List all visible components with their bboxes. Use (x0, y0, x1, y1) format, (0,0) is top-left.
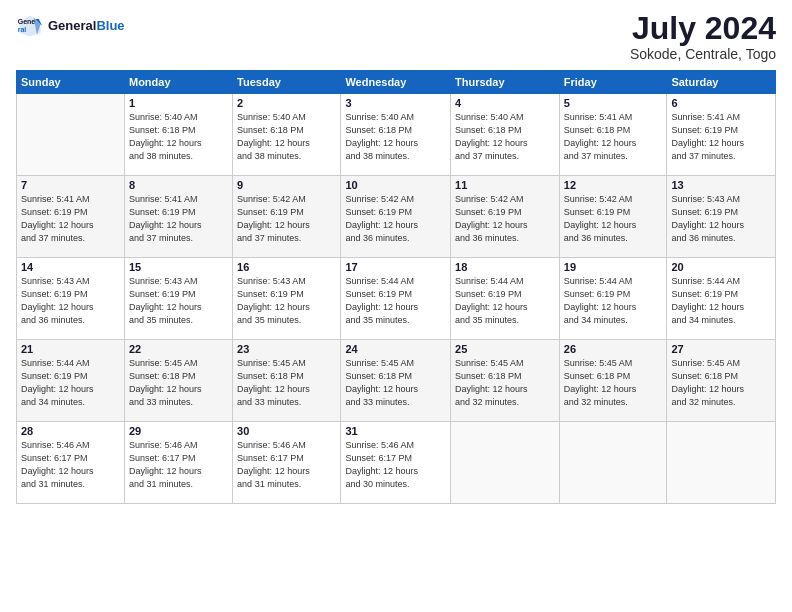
day-number: 5 (564, 97, 663, 109)
day-cell: 10Sunrise: 5:42 AM Sunset: 6:19 PM Dayli… (341, 176, 451, 258)
day-number: 16 (237, 261, 336, 273)
day-info: Sunrise: 5:43 AM Sunset: 6:19 PM Dayligh… (129, 275, 228, 327)
day-number: 20 (671, 261, 771, 273)
day-info: Sunrise: 5:40 AM Sunset: 6:18 PM Dayligh… (129, 111, 228, 163)
svg-text:Gene: Gene (18, 18, 36, 25)
day-number: 25 (455, 343, 555, 355)
location: Sokode, Centrale, Togo (630, 46, 776, 62)
week-row-1: 7Sunrise: 5:41 AM Sunset: 6:19 PM Daylig… (17, 176, 776, 258)
day-info: Sunrise: 5:45 AM Sunset: 6:18 PM Dayligh… (671, 357, 771, 409)
day-cell: 20Sunrise: 5:44 AM Sunset: 6:19 PM Dayli… (667, 258, 776, 340)
day-number: 21 (21, 343, 120, 355)
col-header-tuesday: Tuesday (233, 71, 341, 94)
day-info: Sunrise: 5:45 AM Sunset: 6:18 PM Dayligh… (564, 357, 663, 409)
day-cell: 29Sunrise: 5:46 AM Sunset: 6:17 PM Dayli… (124, 422, 232, 504)
day-info: Sunrise: 5:44 AM Sunset: 6:19 PM Dayligh… (564, 275, 663, 327)
day-number: 29 (129, 425, 228, 437)
col-header-saturday: Saturday (667, 71, 776, 94)
month-title: July 2024 (630, 12, 776, 44)
day-cell: 4Sunrise: 5:40 AM Sunset: 6:18 PM Daylig… (451, 94, 560, 176)
week-row-0: 1Sunrise: 5:40 AM Sunset: 6:18 PM Daylig… (17, 94, 776, 176)
day-number: 19 (564, 261, 663, 273)
day-number: 11 (455, 179, 555, 191)
day-cell: 15Sunrise: 5:43 AM Sunset: 6:19 PM Dayli… (124, 258, 232, 340)
day-number: 1 (129, 97, 228, 109)
day-info: Sunrise: 5:42 AM Sunset: 6:19 PM Dayligh… (564, 193, 663, 245)
day-info: Sunrise: 5:45 AM Sunset: 6:18 PM Dayligh… (237, 357, 336, 409)
day-cell: 9Sunrise: 5:42 AM Sunset: 6:19 PM Daylig… (233, 176, 341, 258)
day-info: Sunrise: 5:46 AM Sunset: 6:17 PM Dayligh… (129, 439, 228, 491)
title-area: July 2024 Sokode, Centrale, Togo (630, 12, 776, 62)
logo-line1: General (48, 18, 96, 33)
day-number: 4 (455, 97, 555, 109)
day-cell: 8Sunrise: 5:41 AM Sunset: 6:19 PM Daylig… (124, 176, 232, 258)
day-number: 7 (21, 179, 120, 191)
logo: Gene ral GeneralBlue (16, 12, 125, 40)
day-info: Sunrise: 5:40 AM Sunset: 6:18 PM Dayligh… (237, 111, 336, 163)
day-info: Sunrise: 5:44 AM Sunset: 6:19 PM Dayligh… (671, 275, 771, 327)
day-info: Sunrise: 5:43 AM Sunset: 6:19 PM Dayligh… (21, 275, 120, 327)
day-number: 30 (237, 425, 336, 437)
day-info: Sunrise: 5:46 AM Sunset: 6:17 PM Dayligh… (345, 439, 446, 491)
day-number: 10 (345, 179, 446, 191)
week-row-4: 28Sunrise: 5:46 AM Sunset: 6:17 PM Dayli… (17, 422, 776, 504)
day-number: 3 (345, 97, 446, 109)
day-cell (451, 422, 560, 504)
day-info: Sunrise: 5:44 AM Sunset: 6:19 PM Dayligh… (455, 275, 555, 327)
col-header-friday: Friday (559, 71, 667, 94)
day-info: Sunrise: 5:45 AM Sunset: 6:18 PM Dayligh… (455, 357, 555, 409)
day-number: 12 (564, 179, 663, 191)
day-info: Sunrise: 5:46 AM Sunset: 6:17 PM Dayligh… (21, 439, 120, 491)
day-info: Sunrise: 5:40 AM Sunset: 6:18 PM Dayligh… (455, 111, 555, 163)
header-row: SundayMondayTuesdayWednesdayThursdayFrid… (17, 71, 776, 94)
week-row-3: 21Sunrise: 5:44 AM Sunset: 6:19 PM Dayli… (17, 340, 776, 422)
svg-text:ral: ral (18, 26, 27, 33)
day-number: 26 (564, 343, 663, 355)
logo-icon: Gene ral (16, 12, 44, 40)
day-cell: 17Sunrise: 5:44 AM Sunset: 6:19 PM Dayli… (341, 258, 451, 340)
day-cell: 22Sunrise: 5:45 AM Sunset: 6:18 PM Dayli… (124, 340, 232, 422)
day-info: Sunrise: 5:40 AM Sunset: 6:18 PM Dayligh… (345, 111, 446, 163)
col-header-wednesday: Wednesday (341, 71, 451, 94)
day-info: Sunrise: 5:41 AM Sunset: 6:19 PM Dayligh… (21, 193, 120, 245)
day-cell: 14Sunrise: 5:43 AM Sunset: 6:19 PM Dayli… (17, 258, 125, 340)
day-cell: 3Sunrise: 5:40 AM Sunset: 6:18 PM Daylig… (341, 94, 451, 176)
day-number: 27 (671, 343, 771, 355)
header: Gene ral GeneralBlue July 2024 Sokode, C… (16, 12, 776, 62)
day-cell: 31Sunrise: 5:46 AM Sunset: 6:17 PM Dayli… (341, 422, 451, 504)
day-number: 14 (21, 261, 120, 273)
calendar-table: SundayMondayTuesdayWednesdayThursdayFrid… (16, 70, 776, 504)
day-number: 13 (671, 179, 771, 191)
day-info: Sunrise: 5:45 AM Sunset: 6:18 PM Dayligh… (129, 357, 228, 409)
day-cell: 13Sunrise: 5:43 AM Sunset: 6:19 PM Dayli… (667, 176, 776, 258)
day-cell: 28Sunrise: 5:46 AM Sunset: 6:17 PM Dayli… (17, 422, 125, 504)
day-info: Sunrise: 5:42 AM Sunset: 6:19 PM Dayligh… (345, 193, 446, 245)
day-cell (667, 422, 776, 504)
col-header-sunday: Sunday (17, 71, 125, 94)
day-number: 23 (237, 343, 336, 355)
day-cell: 23Sunrise: 5:45 AM Sunset: 6:18 PM Dayli… (233, 340, 341, 422)
day-number: 17 (345, 261, 446, 273)
day-info: Sunrise: 5:45 AM Sunset: 6:18 PM Dayligh… (345, 357, 446, 409)
day-cell (559, 422, 667, 504)
day-cell: 18Sunrise: 5:44 AM Sunset: 6:19 PM Dayli… (451, 258, 560, 340)
day-number: 8 (129, 179, 228, 191)
day-info: Sunrise: 5:41 AM Sunset: 6:19 PM Dayligh… (671, 111, 771, 163)
day-number: 31 (345, 425, 446, 437)
day-info: Sunrise: 5:43 AM Sunset: 6:19 PM Dayligh… (671, 193, 771, 245)
day-cell: 27Sunrise: 5:45 AM Sunset: 6:18 PM Dayli… (667, 340, 776, 422)
day-cell: 1Sunrise: 5:40 AM Sunset: 6:18 PM Daylig… (124, 94, 232, 176)
week-row-2: 14Sunrise: 5:43 AM Sunset: 6:19 PM Dayli… (17, 258, 776, 340)
day-cell: 2Sunrise: 5:40 AM Sunset: 6:18 PM Daylig… (233, 94, 341, 176)
day-number: 2 (237, 97, 336, 109)
day-number: 18 (455, 261, 555, 273)
day-cell: 11Sunrise: 5:42 AM Sunset: 6:19 PM Dayli… (451, 176, 560, 258)
day-number: 22 (129, 343, 228, 355)
day-number: 9 (237, 179, 336, 191)
day-cell: 6Sunrise: 5:41 AM Sunset: 6:19 PM Daylig… (667, 94, 776, 176)
day-cell: 30Sunrise: 5:46 AM Sunset: 6:17 PM Dayli… (233, 422, 341, 504)
day-cell (17, 94, 125, 176)
day-info: Sunrise: 5:44 AM Sunset: 6:19 PM Dayligh… (21, 357, 120, 409)
day-info: Sunrise: 5:42 AM Sunset: 6:19 PM Dayligh… (455, 193, 555, 245)
col-header-thursday: Thursday (451, 71, 560, 94)
